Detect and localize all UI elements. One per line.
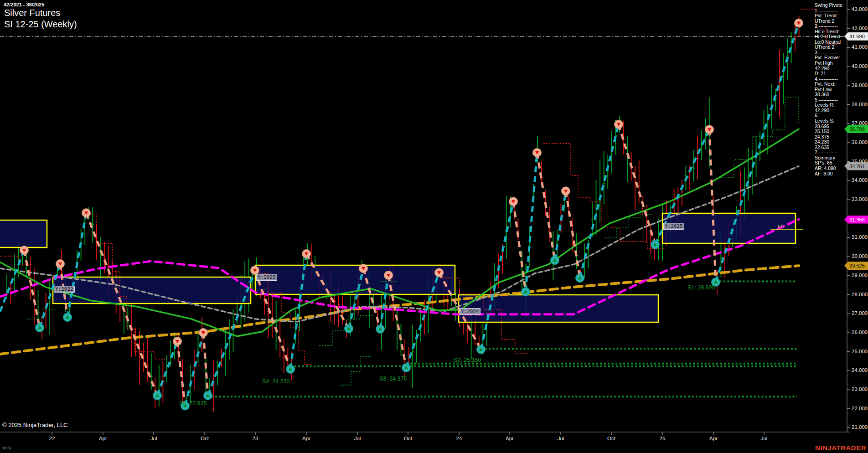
indicator-panel-line: Pvt High [815, 61, 847, 66]
price-tick-label: 25.000 [852, 349, 868, 354]
year-box-label[interactable]: Y:2022 [54, 286, 75, 293]
year-range-box[interactable] [53, 277, 251, 304]
swing-low-marker [153, 391, 162, 400]
price-tick-label: 33.000 [852, 196, 868, 202]
time-tick-label: Jul [558, 436, 564, 441]
swing-leg [619, 124, 655, 245]
visible-range-label: 42/2021 - 36/2025 [4, 2, 44, 7]
time-tick-label: Oct [404, 436, 412, 441]
price-tick-label: 31.000 [852, 234, 868, 240]
price-tick-label: 43.000 [852, 6, 868, 12]
green-trail-step-line [340, 356, 372, 385]
price-marker-34.761: 34.761 [844, 162, 868, 170]
indicator-panel-line: 25.150 [815, 129, 847, 134]
indicator-panel-line: Levels S: [815, 118, 847, 124]
year-range-box[interactable] [255, 265, 455, 294]
swing-high-marker [509, 197, 518, 206]
support-level-label-S1: S1: 28.695 [687, 284, 715, 291]
price-tick-label: 39.000 [852, 82, 868, 88]
swing-leg [481, 201, 513, 350]
time-tick-label: Jul [354, 436, 361, 441]
swing-low-marker [286, 365, 295, 373]
instrument-title: Silver Futures [4, 8, 60, 18]
swing-high-marker [705, 125, 714, 134]
price-marker-36.708: 36.708 [844, 125, 868, 133]
swing-leg [24, 250, 40, 328]
indicator-panel-line: 2.------------ [815, 24, 847, 29]
swing-low-marker [576, 274, 584, 283]
support-level-label-S2: S2: 25.150 [454, 357, 481, 363]
price-tick-label: 29.000 [852, 273, 868, 278]
swing-low-marker [651, 240, 660, 249]
time-tick-label: Apr [99, 436, 107, 441]
swing-leg [513, 201, 526, 292]
swing-low-marker [402, 364, 411, 372]
price-tick-label: 24.000 [852, 367, 868, 373]
swing-high-marker [82, 209, 91, 217]
indicator-panel-line: AF: 8.00 [815, 171, 847, 177]
price-tick-label: 21.000 [852, 424, 868, 430]
year-range-box[interactable] [0, 220, 47, 247]
time-tick-label: Apr [709, 436, 718, 441]
swing-high-marker [302, 249, 311, 258]
indicator-panel-line: D: 21 [815, 71, 847, 77]
swing-low-marker [376, 324, 385, 333]
price-tick-label: 40.000 [852, 63, 868, 69]
time-tick-label: Jul [150, 436, 157, 441]
interval-instrument-label: W SI [2, 446, 11, 450]
swing-high-marker [56, 259, 65, 268]
fib-f0-label: F0 [778, 224, 784, 229]
support-level-label-S4: S4: 24.230 [262, 378, 289, 385]
red-trail-step-line [543, 144, 666, 249]
price-tick-label: 34.000 [852, 177, 868, 183]
price-tick-label: 36.000 [852, 139, 868, 145]
swing-high-marker [251, 266, 259, 275]
indicator-panel-line: AR: 4.890 [815, 166, 847, 171]
time-axis[interactable]: 22AprJulOct23AprJulOct24AprJulOct25AprJu… [0, 432, 868, 445]
copyright-label: © 2025 NinjaTrader, LLC [2, 422, 68, 428]
price-marker-41.590: 41.590 [844, 32, 868, 41]
year-box-label[interactable]: Y:2024 [460, 308, 480, 315]
swing-low-marker [36, 324, 44, 332]
swing-leg [580, 124, 619, 278]
time-tick-label: Jul [761, 436, 768, 441]
swing-low-marker [204, 391, 212, 400]
price-marker-29.525: 29.525 [844, 262, 868, 270]
time-tick-label: Apr [302, 436, 310, 441]
time-tick-label: Oct [607, 436, 615, 441]
price-tick-label: 38.000 [852, 102, 868, 107]
swing-pivots-indicator-panel: Swing Pivots1.------------Pvt. Trend:UTr… [815, 3, 847, 176]
ninjatrader-logo: NINJATRADER [815, 444, 866, 452]
swing-leg [555, 191, 566, 260]
price-tick-label: 28.000 [852, 292, 868, 297]
ninjatrader-chart-window: 42/2021 - 36/2025 Silver Futures SI 12-2… [0, 0, 868, 453]
swing-high-marker [20, 246, 29, 254]
price-tick-label: 23.000 [852, 386, 868, 392]
swing-high-marker [435, 268, 444, 277]
chart-canvas[interactable] [0, 0, 868, 453]
swing-low-marker [477, 345, 486, 354]
swing-low-marker [522, 288, 530, 296]
swing-low-marker [551, 256, 559, 265]
support-level-label-S5: S5: 22.635 [179, 400, 207, 407]
price-tick-label: 30.000 [852, 253, 868, 259]
green-trail-step-line [27, 310, 55, 319]
price-tick-label: 27.000 [852, 310, 868, 316]
time-tick-label: Apr [506, 436, 514, 441]
swing-high-marker [173, 337, 182, 346]
swing-low-marker [63, 313, 72, 322]
swing-leg [0, 250, 24, 312]
year-box-label[interactable]: Y:2025 [663, 223, 684, 230]
swing-high-marker [359, 264, 368, 273]
price-marker-31.956: 31.956 [844, 216, 868, 224]
indicator-panel-line: Pvt. Trend: [815, 13, 847, 19]
year-box-label[interactable]: Y:2023 [256, 274, 277, 281]
price-tick-label: 22.000 [852, 406, 868, 411]
swing-high-marker [615, 120, 623, 129]
price-tick-label: 42.000 [852, 26, 868, 31]
time-tick-label: 24 [456, 436, 462, 441]
instrument-series-label: SI 12-25 (Weekly) [4, 19, 77, 30]
time-tick-label: 22 [49, 436, 55, 441]
price-tick-label: 26.000 [852, 329, 868, 335]
swing-high-marker [533, 149, 542, 157]
